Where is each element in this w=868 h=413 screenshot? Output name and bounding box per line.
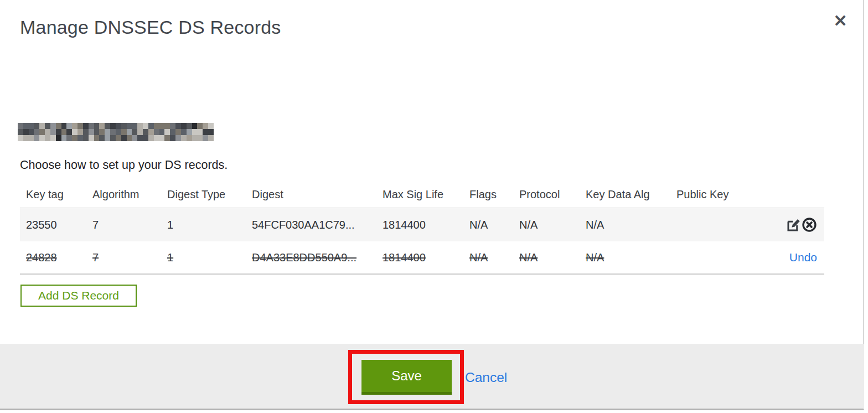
cell-algorithm: 7 [92, 251, 167, 264]
column-header-max-sig-life: Max Sig Life [383, 188, 469, 201]
add-ds-record-button[interactable]: Add DS Record [20, 285, 137, 307]
save-button[interactable]: Save [361, 360, 452, 395]
column-header-protocol: Protocol [519, 188, 586, 201]
redacted-domain-name [18, 123, 214, 141]
cell-digest: D4A33E8DD550A9... [252, 251, 383, 264]
column-header-algorithm: Algorithm [92, 188, 167, 201]
cell-digest: 54FCF030AA1C79... [252, 219, 383, 231]
column-header-key-data-alg: Key Data Alg [586, 188, 676, 201]
column-header-digest-type: Digest Type [167, 188, 252, 201]
cell-key-tag: 23550 [26, 219, 92, 231]
column-header-public-key: Public Key [676, 188, 758, 201]
edit-record-icon[interactable] [786, 217, 801, 233]
table-header-row: Key tag Algorithm Digest Type Digest Max… [20, 182, 824, 208]
cell-digest-type: 1 [167, 251, 252, 264]
manage-dnssec-modal: Manage DNSSEC DS Records ✕ Choose how to… [0, 0, 864, 410]
cell-key-tag: 24828 [26, 251, 92, 264]
cell-max-sig-life: 1814400 [383, 251, 469, 264]
ds-record-row-deleted: 24828 7 1 D4A33E8DD550A9... 1814400 N/A … [20, 241, 824, 275]
modal-title: Manage DNSSEC DS Records [20, 17, 281, 38]
cell-algorithm: 7 [92, 219, 167, 231]
cell-digest-type: 1 [167, 219, 252, 231]
cell-flags: N/A [469, 219, 519, 231]
ds-record-row: 23550 7 1 54FCF030AA1C79... 1814400 N/A … [20, 208, 824, 241]
cell-protocol: N/A [519, 251, 586, 264]
column-header-flags: Flags [469, 188, 519, 201]
cell-key-data-alg: N/A [586, 251, 676, 264]
row-actions: Undo [758, 251, 824, 264]
cancel-link[interactable]: Cancel [465, 370, 507, 385]
cell-flags: N/A [469, 251, 519, 264]
cell-max-sig-life: 1814400 [383, 219, 469, 231]
instruction-text: Choose how to set up your DS records. [20, 158, 228, 172]
cell-protocol: N/A [519, 219, 586, 231]
undo-link[interactable]: Undo [789, 251, 817, 264]
column-header-digest: Digest [252, 188, 383, 201]
column-header-key-tag: Key tag [26, 188, 92, 201]
ds-records-table: Key tag Algorithm Digest Type Digest Max… [20, 182, 824, 275]
close-icon[interactable]: ✕ [829, 10, 851, 32]
cell-key-data-alg: N/A [586, 219, 676, 231]
row-actions [758, 217, 824, 233]
delete-record-icon[interactable] [802, 217, 817, 233]
